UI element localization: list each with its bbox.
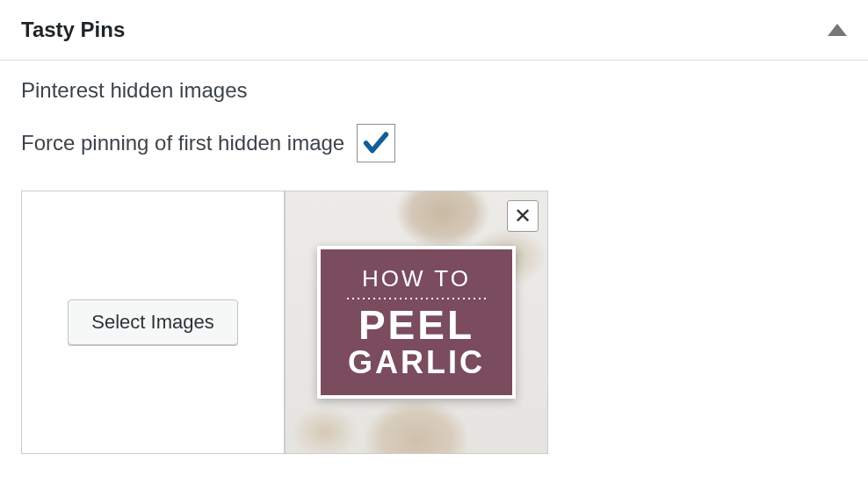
pin-divider-dots xyxy=(345,298,488,299)
select-images-box: Select Images xyxy=(21,191,285,454)
panel-header: Tasty Pins xyxy=(0,0,868,61)
select-images-button[interactable]: Select Images xyxy=(68,299,237,345)
checkmark-icon xyxy=(361,128,391,158)
force-pin-label: Force pinning of first hidden image xyxy=(21,131,344,155)
panel-title: Tasty Pins xyxy=(21,18,125,42)
remove-image-button[interactable]: ✕ xyxy=(507,200,539,232)
collapse-toggle-icon[interactable] xyxy=(828,24,847,36)
pin-text-line2: PEEL xyxy=(358,305,474,345)
force-pin-row: Force pinning of first hidden image xyxy=(21,124,847,162)
force-pin-checkbox[interactable] xyxy=(357,124,395,162)
images-row: Select Images HOW TO PEEL GARLIC ✕ xyxy=(21,191,847,454)
pin-text-line3: GARLIC xyxy=(348,345,485,380)
hidden-image-thumbnail[interactable]: HOW TO PEEL GARLIC ✕ xyxy=(285,191,548,454)
pin-text-line1: HOW TO xyxy=(362,265,471,292)
panel-body: Pinterest hidden images Force pinning of… xyxy=(0,61,868,472)
hidden-images-subtitle: Pinterest hidden images xyxy=(21,78,847,103)
pin-graphic-card: HOW TO PEEL GARLIC xyxy=(317,246,516,399)
